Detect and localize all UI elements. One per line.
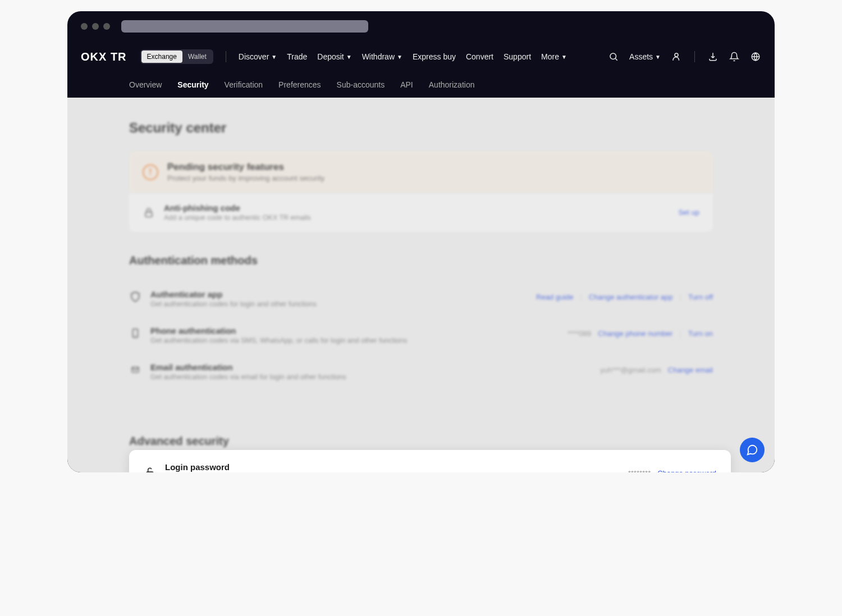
chevron-down-icon: ▼: [561, 54, 567, 60]
chevron-down-icon: ▼: [271, 54, 277, 60]
window-min-dot[interactable]: [92, 23, 99, 30]
mode-toggle: Exchange Wallet: [140, 49, 213, 64]
svg-rect-5: [145, 212, 152, 217]
url-bar[interactable]: [121, 20, 368, 33]
download-icon[interactable]: [707, 51, 719, 62]
account-subnav: Overview Security Verification Preferenc…: [67, 72, 775, 98]
anti-phishing-desc: Add a unique code to authentic OKX TR em…: [164, 214, 669, 222]
login-password-row: Login password Use this password for acc…: [129, 450, 731, 472]
advanced-security-heading: Advanced security: [129, 435, 713, 448]
chevron-down-icon: ▼: [655, 54, 661, 60]
subnav-api[interactable]: API: [400, 73, 413, 96]
warning-icon: !: [143, 164, 158, 180]
window-close-dot[interactable]: [81, 23, 88, 30]
nav-assets[interactable]: Assets▼: [629, 52, 661, 61]
nav-divider: [226, 51, 226, 62]
change-password-link[interactable]: Change password: [657, 469, 716, 472]
login-password-title: Login password: [165, 462, 619, 472]
subnav-verification[interactable]: Verification: [225, 73, 263, 96]
nav-deposit[interactable]: Deposit▼: [317, 52, 351, 61]
nav-trade[interactable]: Trade: [287, 52, 307, 61]
nav-convert[interactable]: Convert: [466, 52, 493, 61]
svg-rect-9: [147, 472, 153, 472]
change-phone-link[interactable]: Change phone number: [598, 329, 672, 338]
lock-open-icon: [144, 466, 156, 473]
blurred-background: Security center ! Pending security featu…: [67, 98, 775, 472]
change-email-link[interactable]: Change email: [668, 366, 713, 374]
subnav-security[interactable]: Security: [177, 73, 208, 96]
email-desc: Get authentication codes via email for l…: [150, 373, 591, 381]
email-auth-row: Email authentication Get authentication …: [129, 353, 713, 390]
email-masked: yuh***@gmail.com: [600, 366, 661, 374]
chat-icon: [746, 444, 758, 456]
pending-title: Pending security features: [167, 162, 324, 173]
authenticator-app-row: Authenticator app Get authentication cod…: [129, 281, 713, 317]
anti-phishing-setup-link[interactable]: Set up: [678, 208, 699, 217]
nav-express-buy[interactable]: Express buy: [413, 52, 456, 61]
shield-icon: [129, 291, 141, 303]
subnav-sub-accounts[interactable]: Sub-accounts: [337, 73, 385, 96]
anti-phishing-row: Anti-phishing code Add a unique code to …: [129, 192, 713, 232]
phone-desc: Get authentication codes via SMS, WhatsA…: [150, 337, 559, 344]
phone-auth-row: Phone authentication Get authentication …: [129, 317, 713, 353]
change-authenticator-link[interactable]: Change authenticator app: [589, 293, 673, 301]
auth-methods-heading: Authentication methods: [129, 254, 713, 267]
pending-desc: Protect your funds by improving account …: [167, 174, 324, 182]
nav-support[interactable]: Support: [504, 52, 531, 61]
turn-on-phone-link[interactable]: Turn on: [688, 329, 713, 338]
nav-divider: [694, 51, 695, 62]
authenticator-title: Authenticator app: [150, 289, 527, 299]
chevron-down-icon: ▼: [346, 54, 352, 60]
browser-window: OKX TR Exchange Wallet Discover▼ Trade D…: [67, 11, 775, 472]
email-icon: [129, 364, 141, 376]
brand-logo[interactable]: OKX TR: [81, 50, 127, 63]
content-area: Security center ! Pending security featu…: [67, 98, 775, 472]
subnav-authorization[interactable]: Authorization: [429, 73, 475, 96]
nav-discover[interactable]: Discover▼: [239, 52, 277, 61]
phone-icon: [129, 327, 141, 339]
pending-banner: ! Pending security features Protect your…: [129, 151, 713, 192]
globe-icon[interactable]: [750, 51, 761, 62]
phone-title: Phone authentication: [150, 326, 559, 335]
nav-withdraw[interactable]: Withdraw▼: [362, 52, 402, 61]
authenticator-desc: Get authentication codes for login and o…: [150, 300, 527, 308]
exchange-toggle[interactable]: Exchange: [141, 50, 182, 63]
top-nav: OKX TR Exchange Wallet Discover▼ Trade D…: [67, 42, 775, 72]
svg-point-2: [675, 53, 678, 57]
bell-icon[interactable]: [729, 51, 740, 62]
window-titlebar: [67, 11, 775, 42]
window-controls: [81, 23, 110, 30]
search-icon[interactable]: [608, 51, 619, 62]
subnav-preferences[interactable]: Preferences: [278, 73, 321, 96]
anti-phishing-title: Anti-phishing code: [164, 203, 669, 213]
wallet-toggle[interactable]: Wallet: [182, 50, 212, 63]
turn-off-authenticator-link[interactable]: Turn off: [688, 293, 713, 301]
page-title: Security center: [129, 120, 713, 136]
subnav-overview[interactable]: Overview: [129, 73, 162, 96]
window-max-dot[interactable]: [103, 23, 110, 30]
chat-fab[interactable]: [740, 438, 765, 462]
read-guide-link[interactable]: Read guide: [536, 293, 574, 301]
svg-line-1: [616, 58, 617, 60]
lock-key-icon: [143, 206, 155, 219]
password-masked: ********: [628, 469, 651, 472]
user-icon[interactable]: [671, 51, 682, 62]
nav-more[interactable]: More▼: [541, 52, 567, 61]
email-title: Email authentication: [150, 362, 591, 372]
phone-masked: ****089: [568, 329, 591, 338]
svg-point-0: [610, 53, 616, 59]
chevron-down-icon: ▼: [397, 54, 402, 60]
